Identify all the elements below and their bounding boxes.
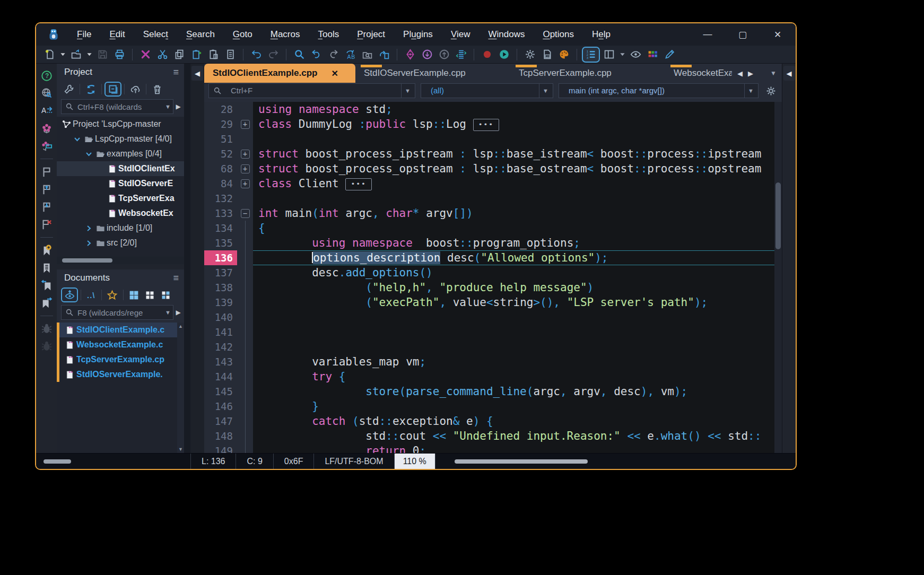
line-number[interactable]: 52 <box>204 146 237 161</box>
chevron-down-icon[interactable]: ▼ <box>744 84 757 98</box>
tree-item-project-lspcpp-master[interactable]: Project 'LspCpp-master <box>57 117 184 132</box>
code-line-144[interactable]: 144 try { <box>204 369 774 384</box>
line-number[interactable]: 140 <box>204 310 237 325</box>
documents-parent-path-button[interactable]: ..\ <box>84 291 99 300</box>
code-line-149[interactable]: 149 return 0; <box>204 443 774 453</box>
find-in-files-button[interactable] <box>359 47 375 62</box>
close-button[interactable]: ✕ <box>767 29 788 40</box>
lexer-file-button[interactable]: CPP <box>539 47 555 62</box>
project-hscrollbar[interactable] <box>57 257 184 264</box>
marker-list-button[interactable] <box>453 47 469 62</box>
bookmark-add-button[interactable] <box>40 243 54 257</box>
eye-button[interactable] <box>627 47 643 62</box>
circle-up-button[interactable] <box>436 47 452 62</box>
split-view-button[interactable] <box>601 47 617 62</box>
line-number[interactable]: 132 <box>204 191 237 206</box>
line-number[interactable]: 147 <box>204 414 237 429</box>
menu-macros[interactable]: Macros <box>264 27 307 42</box>
scroll-up-icon[interactable]: ▲ <box>178 324 183 329</box>
code-line-51[interactable]: 51 <box>204 132 774 146</box>
documents-grid-blue-button[interactable] <box>126 288 142 302</box>
translate-button[interactable]: A <box>40 104 54 118</box>
project-wrench-button[interactable] <box>61 82 77 97</box>
save-button[interactable] <box>94 47 110 62</box>
documents-grid-mixed-button[interactable] <box>158 288 174 302</box>
code-line-28[interactable]: 28using namespace std; <box>204 102 774 117</box>
code-line-143[interactable]: 143 variables_map vm; <box>204 354 774 369</box>
replace-in-files-button[interactable] <box>376 47 392 62</box>
line-number[interactable]: 133 <box>204 206 237 221</box>
menu-select[interactable]: Select <box>136 27 175 42</box>
color-grid-button[interactable] <box>644 47 660 62</box>
collapse-right-panel-icon[interactable]: ◀ <box>783 66 795 81</box>
flag-up-button[interactable] <box>40 182 54 196</box>
paste-add-button[interactable] <box>188 47 204 62</box>
fold-expand-icon[interactable]: + <box>241 179 250 188</box>
minimize-button[interactable]: — <box>697 29 718 40</box>
undo-button[interactable] <box>248 47 264 62</box>
project-search-input[interactable]: Ctrl+F8 (wildcards ▼ <box>61 99 173 114</box>
code-line-138[interactable]: 138 ("help,h", "produce help message") <box>204 280 774 295</box>
new-file-button[interactable] <box>41 47 57 62</box>
delete-x-button[interactable] <box>137 47 153 62</box>
code-line-147[interactable]: 147 catch (std::exception& e) { <box>204 414 774 429</box>
paste-button[interactable] <box>205 47 221 62</box>
caret-down-button[interactable] <box>85 47 93 62</box>
menu-file[interactable]: File <box>70 27 98 42</box>
code-line-140[interactable]: 140 <box>204 310 774 325</box>
find-next-button[interactable] <box>325 47 341 62</box>
chevron-down-icon[interactable]: ▼ <box>163 103 171 110</box>
code-line-146[interactable]: 146 } <box>204 399 774 414</box>
flag-down-button[interactable] <box>40 200 54 214</box>
line-number[interactable]: 139 <box>204 295 237 310</box>
flower-button[interactable] <box>40 121 54 135</box>
documents-star-button[interactable] <box>104 288 120 302</box>
project-menu-icon[interactable]: ≡ <box>173 67 179 78</box>
document-item[interactable]: ++TcpServerExample.cp <box>57 352 184 367</box>
find-combobox[interactable]: Ctrl+F ▼ <box>208 83 415 98</box>
code-line-148[interactable]: 148 std::cout << "Undefined input.Reason… <box>204 429 774 443</box>
redo-button[interactable] <box>265 47 281 62</box>
line-number[interactable]: 145 <box>204 384 237 399</box>
editor-vscrollbar[interactable] <box>774 102 782 453</box>
code-area[interactable]: 28using namespace std;29+class DummyLog … <box>204 102 782 453</box>
menu-plugins[interactable]: Plugins <box>396 27 440 42</box>
code-line-136[interactable]: 136 options_description desc("Allowed op… <box>204 250 774 265</box>
bug-button[interactable] <box>40 322 54 336</box>
line-number[interactable]: 135 <box>204 236 237 250</box>
scope-combobox[interactable]: (all) ▼ <box>421 83 553 98</box>
pencil-button[interactable] <box>661 47 677 62</box>
code-line-141[interactable]: 141 <box>204 325 774 339</box>
tree-item-examples-0-4-[interactable]: examples [0/4] <box>57 146 184 161</box>
fold-expand-icon[interactable]: + <box>241 150 250 159</box>
line-number[interactable]: 136 <box>204 250 237 265</box>
line-number[interactable]: 146 <box>204 399 237 414</box>
line-number[interactable]: 137 <box>204 265 237 280</box>
fold-collapse-icon[interactable]: − <box>241 209 250 218</box>
menu-project[interactable]: Project <box>350 27 392 42</box>
chevron-down-icon[interactable]: ▼ <box>163 309 171 316</box>
project-search-next-icon[interactable]: ▶ <box>175 103 182 110</box>
code-line-133[interactable]: 133−int main(int argc, char* argv[]) <box>204 206 774 221</box>
status-encoding[interactable]: LF/UTF-8-BOM <box>313 454 394 469</box>
tab-websocketexa[interactable]: WebsocketExa <box>665 64 732 83</box>
code-line-139[interactable]: 139 ("execPath", value<string>(), "LSP s… <box>204 295 774 310</box>
line-number[interactable]: 29 <box>204 117 237 132</box>
tab-close-icon[interactable]: ✕ <box>331 68 338 79</box>
tab-tcpserverexample-cpp[interactable]: TcpServerExample.cpp <box>510 64 665 83</box>
tree-item-stdioservere[interactable]: ++StdIOServerE <box>57 176 184 191</box>
chevron-down-icon[interactable]: ▼ <box>401 84 414 98</box>
document-item[interactable]: ++StdIOServerExample. <box>57 367 184 382</box>
chevron-right-icon[interactable] <box>83 240 94 247</box>
tree-item-tcpserverexa[interactable]: ++TcpServerExa <box>57 191 184 206</box>
line-number[interactable]: 51 <box>204 132 237 146</box>
help-circle-button[interactable]: ? <box>40 69 54 83</box>
code-line-137[interactable]: 137 desc.add_options() <box>204 265 774 280</box>
project-trash-button[interactable] <box>149 82 165 97</box>
flag-button[interactable] <box>40 165 54 179</box>
line-number[interactable]: 144 <box>204 369 237 384</box>
menu-tools[interactable]: Tools <box>311 27 346 42</box>
document-item[interactable]: ++StdIOClientExample.c <box>57 323 184 337</box>
menu-help[interactable]: Help <box>585 27 617 42</box>
documents-grid-white-button[interactable] <box>142 288 158 302</box>
